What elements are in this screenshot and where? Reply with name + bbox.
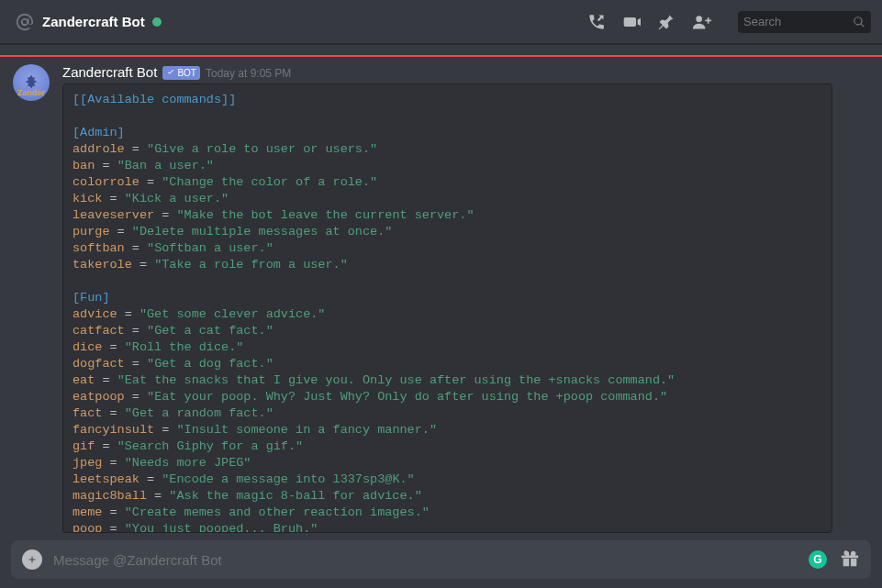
code-block: [[Available commands]] [Admin] addrole =… <box>62 83 832 533</box>
attach-button[interactable] <box>22 549 42 570</box>
search-box[interactable] <box>738 11 871 33</box>
message-composer: G <box>11 540 871 579</box>
channel-title: Zandercraft Bot <box>42 14 145 29</box>
start-call-icon[interactable] <box>587 13 606 31</box>
author-avatar[interactable]: Zander <box>13 64 50 101</box>
message-timestamp: Today at 9:05 PM <box>206 67 291 80</box>
message-input[interactable] <box>53 552 798 568</box>
search-icon <box>853 16 865 28</box>
status-indicator <box>152 17 162 27</box>
video-call-icon[interactable] <box>622 13 641 31</box>
svg-point-0 <box>696 16 702 22</box>
search-input[interactable] <box>743 15 853 28</box>
pinned-messages-icon[interactable] <box>657 13 675 31</box>
message-author[interactable]: Zandercraft Bot <box>62 64 157 80</box>
bot-badge: BOT <box>162 66 200 80</box>
channel-header: Zandercraft Bot <box>0 0 882 44</box>
gift-icon[interactable] <box>840 549 860 570</box>
grammarly-icon[interactable]: G <box>809 550 827 569</box>
avatar-text: Zander <box>17 88 45 97</box>
add-friend-icon[interactable] <box>692 13 712 31</box>
bot-badge-label: BOT <box>177 67 196 79</box>
at-icon <box>15 12 35 32</box>
